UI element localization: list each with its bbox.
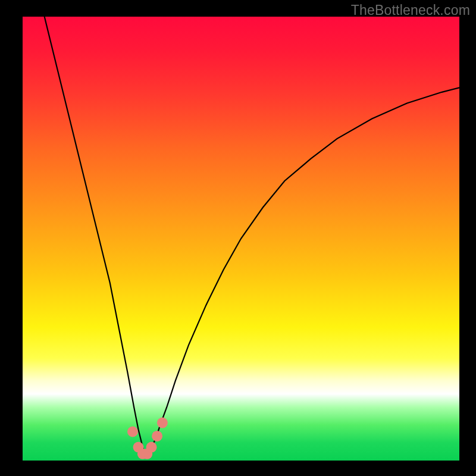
floor-marker bbox=[152, 431, 162, 441]
bottleneck-curve bbox=[45, 17, 459, 454]
watermark-text: TheBottleneck.com bbox=[351, 2, 470, 18]
curve-svg bbox=[23, 17, 459, 461]
floor-marker bbox=[157, 418, 168, 428]
chart-frame: TheBottleneck.com bbox=[0, 0, 476, 476]
floor-markers bbox=[127, 418, 168, 459]
floor-marker bbox=[127, 427, 138, 437]
floor-marker bbox=[146, 442, 157, 453]
plot-area bbox=[23, 17, 459, 461]
